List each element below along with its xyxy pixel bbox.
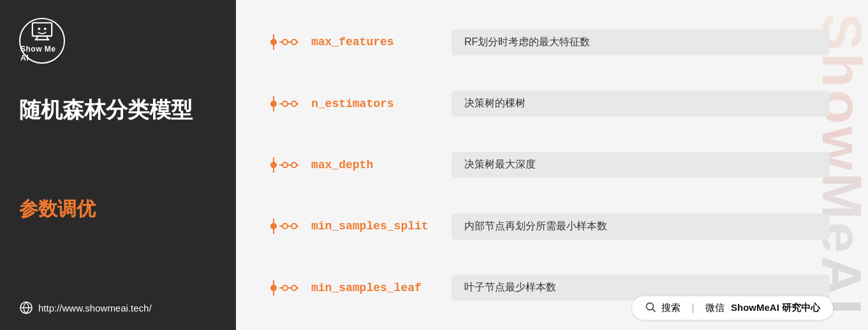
svg-point-6 (646, 303, 653, 310)
website-url: http://www.showmeai.tech/ (38, 303, 152, 313)
connector-decoration (268, 96, 300, 111)
search-icon (645, 301, 656, 315)
param-name: min_samples_leaf (311, 282, 452, 294)
param-desc: 决策树的棵树 (452, 90, 830, 117)
param-desc: 决策树最大深度 (452, 152, 830, 178)
wechat-channel-name: ShowMeAI 研究中心 (731, 302, 820, 314)
logo-icon (29, 19, 55, 43)
param-row: min_samples_split内部节点再划分所需最小样本数 (268, 213, 830, 240)
logo-area: Show Me AI (19, 18, 217, 64)
param-name: min_samples_split (311, 220, 452, 233)
website-icon (19, 301, 33, 315)
search-bar[interactable]: 搜索 ｜ 微信 ShowMeAI 研究中心 (632, 296, 833, 320)
search-divider: ｜ (688, 302, 698, 314)
param-name: max_depth (311, 159, 452, 171)
connector-decoration (268, 34, 300, 50)
params-container: max_featuresRF划分时考虑的最大特征数n_estimators决策树… (268, 11, 830, 319)
section-label: 参数调优 (19, 196, 217, 222)
param-desc: 内部节点再划分所需最小样本数 (452, 213, 830, 240)
connector-decoration (268, 219, 300, 234)
param-name: max_features (311, 36, 452, 48)
svg-point-4 (38, 27, 40, 30)
param-name: n_estimators (311, 97, 452, 110)
main-title: 随机森林分类模型 (19, 96, 217, 124)
svg-point-5 (44, 27, 47, 30)
logo-circle: Show Me AI (19, 18, 65, 64)
search-text: 搜索 (661, 302, 680, 314)
connector-decoration (268, 157, 300, 173)
connector-decoration (268, 280, 300, 296)
svg-line-7 (652, 310, 655, 312)
param-desc: RF划分时考虑的最大特征数 (452, 29, 830, 55)
wechat-label: 微信 (705, 302, 725, 314)
param-row: max_depth决策树最大深度 (268, 152, 830, 178)
content-area: ShowMeAI max_featuresRF划分时考虑的最大特征数n_esti… (236, 0, 868, 330)
website-row[interactable]: http://www.showmeai.tech/ (19, 301, 217, 315)
logo-text: Show Me AI (20, 45, 64, 62)
param-row: n_estimators决策树的棵树 (268, 90, 830, 117)
param-row: max_featuresRF划分时考虑的最大特征数 (268, 29, 830, 55)
sidebar: Show Me AI 随机森林分类模型 参数调优 http://www.show… (0, 0, 236, 330)
